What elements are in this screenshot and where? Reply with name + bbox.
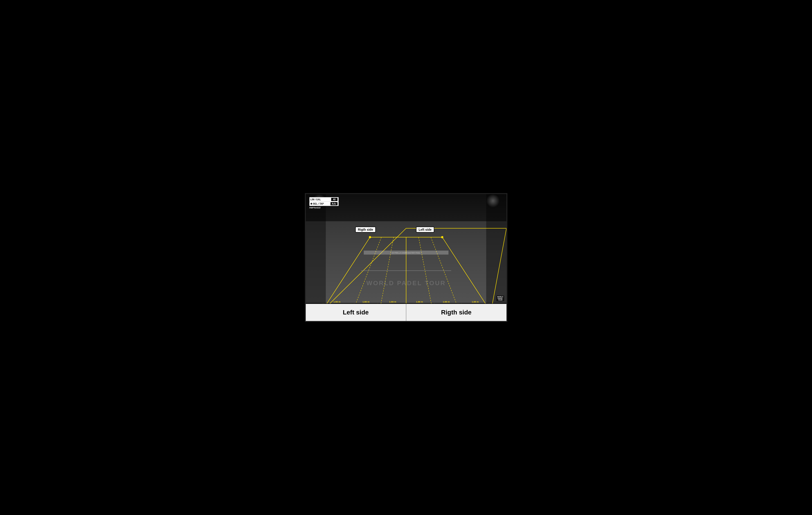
team1-name: LIM / GAL [311, 198, 331, 201]
score-overlay: LIM / GAL 40 BEL / TAP Adv #WPTenGol [309, 197, 339, 209]
wpt-logo: WORLDPADELTOUR [496, 295, 504, 301]
score2-value: Adv [330, 202, 338, 205]
score1-value: 40 [331, 198, 338, 201]
left-side-bottom-label: Left side [306, 304, 406, 321]
rigth-side-top-label: Rigth side [355, 227, 376, 232]
score-row-1: LIM / GAL 40 [310, 197, 339, 202]
bottom-bar: Left side Rigth side [306, 304, 506, 321]
rigth-side-bottom-label: Rigth side [406, 304, 506, 321]
court-background [306, 194, 506, 303]
left-side-top-label: Left side [416, 227, 434, 232]
team2-name: BEL / TAP [313, 203, 330, 205]
light-right [486, 194, 500, 207]
serve-dot [311, 203, 312, 205]
hashtag-label: #WPTenGol [309, 207, 339, 209]
score-box: LIM / GAL 40 BEL / TAP Adv [309, 197, 339, 206]
score-row-2: BEL / TAP Adv [310, 202, 339, 206]
main-frame: 1.66 m 1.66 m 1.66 m 1.66 m 1.66 m 1.66 … [305, 193, 508, 322]
